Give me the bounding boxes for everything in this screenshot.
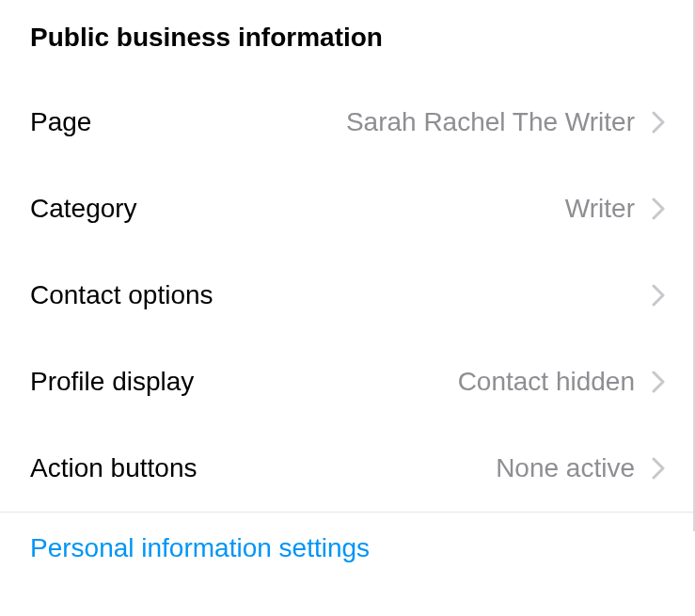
row-category-right: Writer xyxy=(565,194,665,224)
chevron-right-icon xyxy=(652,284,665,307)
row-contact-options-label: Contact options xyxy=(30,280,213,310)
row-personal-info-settings[interactable]: Personal information settings xyxy=(0,513,695,584)
row-action-buttons-label: Action buttons xyxy=(30,453,197,483)
row-profile-display-right: Contact hidden xyxy=(458,367,665,397)
chevron-right-icon xyxy=(652,197,665,220)
row-page-right: Sarah Rachel The Writer xyxy=(346,107,665,137)
settings-container: Public business information Page Sarah R… xyxy=(0,0,695,584)
row-action-buttons-value: None active xyxy=(496,453,635,483)
row-profile-display-label: Profile display xyxy=(30,367,194,397)
chevron-right-icon xyxy=(652,457,665,480)
row-category[interactable]: Category Writer xyxy=(0,166,695,252)
row-page-label: Page xyxy=(30,107,91,137)
chevron-right-icon xyxy=(652,371,665,393)
chevron-right-icon xyxy=(652,111,665,134)
row-contact-options-right xyxy=(635,284,665,307)
row-page-value: Sarah Rachel The Writer xyxy=(346,107,635,137)
row-action-buttons-right: None active xyxy=(496,453,665,483)
personal-info-link: Personal information settings xyxy=(30,533,665,563)
row-action-buttons[interactable]: Action buttons None active xyxy=(0,425,695,512)
row-contact-options[interactable]: Contact options xyxy=(0,252,695,339)
section-header: Public business information xyxy=(0,0,695,79)
row-category-label: Category xyxy=(30,194,137,224)
row-page[interactable]: Page Sarah Rachel The Writer xyxy=(0,79,695,166)
row-profile-display-value: Contact hidden xyxy=(458,367,635,397)
row-category-value: Writer xyxy=(565,194,635,224)
row-profile-display[interactable]: Profile display Contact hidden xyxy=(0,339,695,425)
